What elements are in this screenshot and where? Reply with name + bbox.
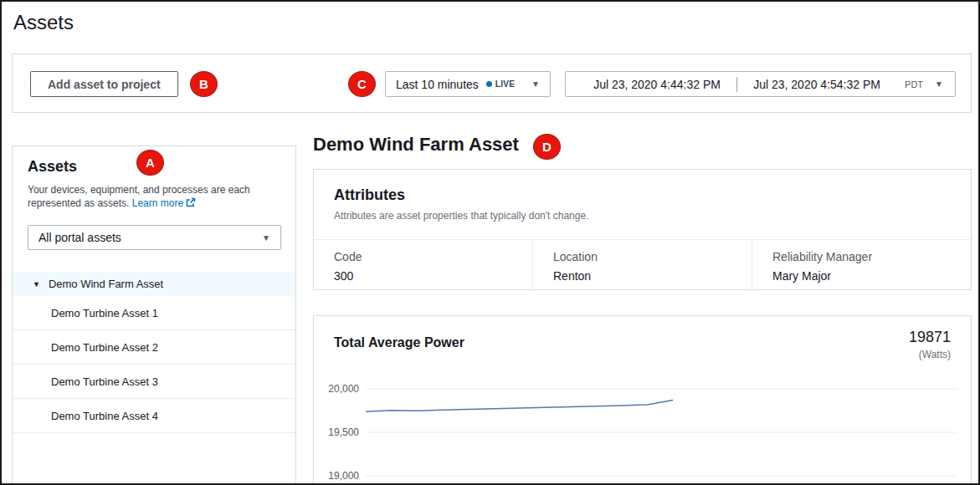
tree-child-label: Demo Turbine Asset 1 bbox=[51, 307, 158, 319]
annotation-c: C bbox=[348, 71, 376, 97]
external-link-icon bbox=[186, 197, 196, 207]
attributes-title: Attributes bbox=[334, 186, 951, 204]
assets-panel-title: Assets bbox=[28, 158, 77, 176]
annotation-a: A bbox=[136, 150, 164, 176]
tree-child-label: Demo Turbine Asset 4 bbox=[51, 410, 158, 422]
tree-item-demo-wind-farm-asset[interactable]: ▼ Demo Wind Farm Asset bbox=[13, 272, 295, 296]
attributes-subtitle: Attributes are asset properties that typ… bbox=[334, 210, 951, 222]
attribute-code: Code 300 bbox=[314, 240, 532, 290]
timezone-label: PDT bbox=[905, 79, 923, 89]
tree-item-demo-turbine-asset-2[interactable]: Demo Turbine Asset 2 bbox=[13, 330, 295, 365]
add-asset-to-project-button[interactable]: Add asset to project bbox=[30, 71, 178, 97]
caret-down-icon: ▼ bbox=[531, 79, 540, 89]
selected-asset-heading: Demo Wind Farm Asset bbox=[313, 134, 519, 156]
power-line-chart: 20,00019,50019,000 bbox=[324, 368, 960, 485]
date-range-end: Jul 23, 2020 4:54:32 PM bbox=[737, 78, 896, 91]
svg-text:19,500: 19,500 bbox=[328, 426, 359, 438]
annotation-d: D bbox=[533, 134, 561, 160]
attributes-columns: Code 300 Location Renton Reliability Man… bbox=[314, 240, 971, 290]
attribute-label: Location bbox=[553, 250, 731, 263]
date-range-picker[interactable]: Jul 23, 2020 4:44:32 PM Jul 23, 2020 4:5… bbox=[565, 71, 956, 97]
assets-panel: Assets A Your devices, equipment, and pr… bbox=[12, 146, 296, 485]
learn-more-label: Learn more bbox=[132, 197, 183, 209]
toolbar: Add asset to project B C Last 10 minutes… bbox=[12, 54, 972, 113]
live-label: LIVE bbox=[495, 79, 515, 89]
attribute-label: Code bbox=[334, 250, 512, 263]
attribute-label: Reliability Manager bbox=[772, 250, 951, 263]
live-indicator: LIVE bbox=[486, 79, 515, 89]
time-range-label: Last 10 minutes bbox=[396, 78, 479, 91]
assets-panel-description: Your devices, equipment, and processes a… bbox=[28, 183, 274, 210]
tree-root-label: Demo Wind Farm Asset bbox=[49, 278, 163, 290]
attribute-value: Renton bbox=[553, 269, 731, 283]
time-range-select[interactable]: Last 10 minutes LIVE ▼ bbox=[385, 71, 551, 97]
attribute-reliability-manager: Reliability Manager Mary Major bbox=[752, 240, 971, 290]
attributes-header: Attributes Attributes are asset properti… bbox=[314, 170, 971, 240]
svg-text:20,000: 20,000 bbox=[328, 383, 359, 395]
total-average-power-card: Total Average Power 19871 (Watts) 20,000… bbox=[313, 315, 972, 485]
attribute-location: Location Renton bbox=[532, 240, 752, 290]
tree-item-demo-turbine-asset-3[interactable]: Demo Turbine Asset 3 bbox=[13, 365, 295, 399]
tree-item-demo-turbine-asset-1[interactable]: Demo Turbine Asset 1 bbox=[13, 296, 295, 330]
asset-filter-select[interactable]: All portal assets ▼ bbox=[28, 225, 281, 250]
power-value-number: 19871 bbox=[909, 329, 951, 346]
attributes-card: Attributes Attributes are asset properti… bbox=[313, 169, 972, 290]
caret-down-icon: ▼ bbox=[262, 233, 270, 242]
learn-more-link[interactable]: Learn more bbox=[132, 197, 196, 209]
svg-text:19,000: 19,000 bbox=[328, 470, 359, 482]
tree-child-label: Demo Turbine Asset 2 bbox=[51, 341, 158, 354]
caret-down-icon: ▼ bbox=[935, 79, 943, 89]
power-latest-value: 19871 (Watts) bbox=[909, 329, 951, 360]
tree-child-label: Demo Turbine Asset 3 bbox=[51, 375, 158, 388]
annotation-b: B bbox=[190, 71, 218, 97]
date-range-start: Jul 23, 2020 4:44:32 PM bbox=[577, 78, 736, 91]
tree-expand-caret-icon[interactable]: ▼ bbox=[33, 280, 40, 288]
power-card-title: Total Average Power bbox=[334, 335, 464, 350]
power-value-unit: (Watts) bbox=[909, 349, 951, 360]
page-title: Assets bbox=[13, 11, 74, 34]
tree-item-demo-turbine-asset-4[interactable]: Demo Turbine Asset 4 bbox=[13, 399, 295, 433]
attribute-value: Mary Major bbox=[772, 269, 951, 283]
assets-page: Assets Add asset to project B C Last 10 … bbox=[0, 0, 980, 485]
live-dot-icon bbox=[486, 81, 492, 87]
asset-filter-value: All portal assets bbox=[38, 231, 121, 244]
attribute-value: 300 bbox=[334, 269, 512, 283]
asset-tree: ▼ Demo Wind Farm Asset Demo Turbine Asse… bbox=[13, 272, 295, 433]
